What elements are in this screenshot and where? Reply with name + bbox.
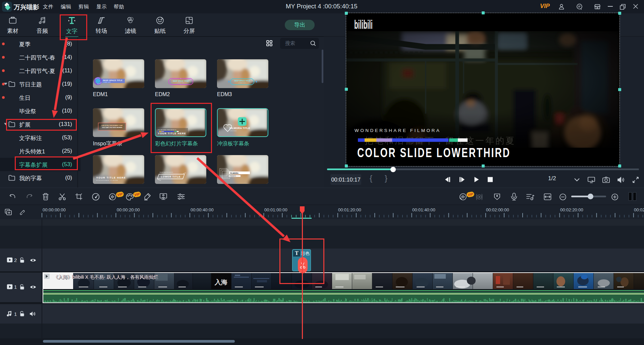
svg-text:PRESENTS: PRESENTS	[230, 176, 236, 177]
svg-text:DEEP SPACE TITLE: DEEP SPACE TITLE	[173, 80, 189, 82]
svg-text:1: 1	[14, 311, 17, 317]
svg-text:LOWER TITLE: LOWER TITLE	[161, 176, 180, 178]
svg-text:入海: 入海	[214, 279, 227, 286]
svg-text:YOUR TITLE HERE: YOUR TITLE HERE	[96, 176, 126, 179]
svg-text:LOWER TEXT: LOWER TEXT	[177, 82, 184, 84]
svg-text:bilibili: bilibili	[354, 18, 373, 31]
svg-text:DEEP SPACE TITLE: DEEP SPACE TITLE	[234, 80, 250, 82]
svg-text:FILMORA TITLE: FILMORA TITLE	[229, 127, 250, 130]
svg-text:1: 1	[14, 284, 17, 290]
svg-text:DEEP SPACE TITLE: DEEP SPACE TITLE	[103, 79, 122, 81]
svg-text:LOWER TEXT: LOWER TEXT	[238, 82, 246, 84]
svg-text:LOWER TEXT: LOWER TEXT	[103, 82, 111, 83]
svg-text:SINCE 2020: SINCE 2020	[230, 130, 236, 132]
svg-text:WONDERSHARE FILMORA: WONDERSHARE FILMORA	[355, 128, 441, 133]
svg-text:FILMORA PRESENTS: FILMORA PRESENTS	[160, 171, 173, 173]
svg-text:COLOR SLIDE LOWERTHIRD: COLOR SLIDE LOWERTHIRD	[357, 146, 511, 160]
svg-text:LIVE (FOR) THE MOMENT THAT: LIVE (FOR) THE MOMENT THAT	[101, 125, 123, 126]
svg-text:FILMORA: FILMORA	[230, 172, 238, 174]
svg-text:YOU CAN'T PUT INTO WORDS: YOU CAN'T PUT INTO WORDS	[102, 127, 122, 128]
svg-text:WONDERSHARE FILMORA: WONDERSHARE FILMORA	[96, 180, 118, 181]
svg-text:2: 2	[14, 257, 17, 263]
